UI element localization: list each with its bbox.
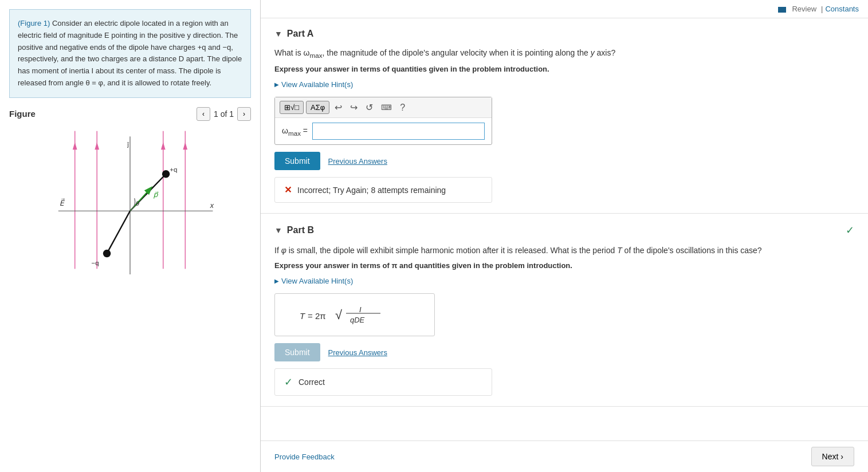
refresh-btn[interactable]: ↺ — [363, 101, 376, 114]
figure-header: Figure ‹ 1 of 1 › — [9, 107, 251, 121]
part-b-submit-row: Submit Previous Answers — [274, 343, 854, 361]
part-a-prev-answers[interactable]: Previous Answers — [328, 157, 387, 166]
svg-text:p⃗: p⃗ — [153, 191, 158, 199]
left-panel: (Figure 1) Consider an electric dipole l… — [0, 0, 261, 472]
part-a-input[interactable] — [312, 123, 485, 140]
part-b-submit-btn[interactable]: Submit — [274, 343, 320, 361]
figure-nav: ‹ 1 of 1 › — [197, 107, 251, 121]
part-b-collapse[interactable]: ▼ — [274, 226, 282, 235]
part-b-prev-answers[interactable]: Previous Answers — [328, 348, 387, 357]
svg-marker-4 — [73, 142, 77, 150]
problem-body: Consider an electric dipole located in a… — [18, 19, 242, 87]
svg-text:I: I — [359, 305, 362, 314]
provide-feedback-link[interactable]: Provide Feedback — [274, 453, 335, 461]
top-bar: Review | Constants — [261, 0, 868, 18]
figure-title: Figure — [9, 109, 36, 119]
figure-section: Figure ‹ 1 of 1 › — [0, 107, 260, 472]
svg-text:+q: +q — [170, 166, 177, 173]
figure-next-btn[interactable]: › — [237, 107, 251, 121]
part-b-hint[interactable]: View Available Hint(s) — [274, 277, 353, 285]
svg-text:T: T — [300, 311, 306, 321]
part-a-title: Part A — [287, 29, 314, 39]
part-a-hint[interactable]: View Available Hint(s) — [274, 80, 353, 89]
svg-text:qDE: qDE — [350, 316, 365, 324]
review-label: Review — [792, 5, 816, 13]
check-green-icon: ✓ — [284, 376, 293, 388]
part-a-section: ▼ Part A What is ωmax, the magnitude of … — [261, 18, 868, 214]
part-a-collapse[interactable]: ▼ — [274, 29, 282, 38]
part-b-header: ▼ Part B ✓ — [274, 224, 854, 237]
svg-text:−q: −q — [92, 259, 99, 266]
matrix-btn[interactable]: ⊞√□ — [280, 101, 304, 114]
svg-marker-7 — [183, 142, 187, 150]
next-chevron: › — [840, 452, 843, 461]
parts-container: ▼ Part A What is ωmax, the magnitude of … — [261, 18, 868, 441]
part-b-status: ✓ Correct — [274, 368, 492, 396]
part-b-question: If φ is small, the dipole will exhibit s… — [274, 245, 854, 257]
next-btn[interactable]: Next › — [811, 447, 854, 466]
part-a-status: ✕ Incorrect; Try Again; 8 attempts remai… — [274, 177, 492, 203]
svg-text:ĵ: ĵ — [127, 140, 129, 147]
svg-text:x: x — [210, 202, 214, 210]
part-a-submit-btn[interactable]: Submit — [274, 152, 320, 170]
part-a-instruction: Express your answer in terms of quantiti… — [274, 65, 854, 73]
right-panel: Review | Constants ▼ Part A What is ωmax… — [261, 0, 868, 472]
svg-text:√: √ — [335, 308, 343, 322]
review-link[interactable]: Review — [776, 5, 819, 13]
part-a-status-text: Incorrect; Try Again; 8 attempts remaini… — [297, 186, 446, 195]
figure-canvas: x ĵ E⃗ +q −q p⃗ θ — [9, 125, 251, 274]
help-btn[interactable]: ? — [397, 101, 408, 114]
part-b-title: Part B — [287, 225, 314, 235]
part-b-status-text: Correct — [299, 377, 325, 387]
svg-text:= 2π: = 2π — [308, 311, 326, 321]
part-a-toolbar: ⊞√□ AΣφ ↩ ↪ ↺ ⌨ ? — [275, 97, 492, 118]
figure-page: 1 of 1 — [214, 109, 234, 119]
fig-ref: (Figure 1) — [18, 19, 50, 27]
part-b-check-icon: ✓ — [846, 224, 854, 237]
figure-prev-btn[interactable]: ‹ — [197, 107, 210, 121]
part-b-section: ▼ Part B ✓ If φ is small, the dipole wil… — [261, 214, 868, 407]
part-b-formula-box: T = 2π √ I qDE — [274, 293, 435, 336]
review-icon — [778, 7, 786, 13]
x-icon: ✕ — [284, 184, 292, 195]
bottom-bar: Provide Feedback Next › — [261, 440, 868, 472]
part-a-math-label: ωmax = — [282, 126, 308, 137]
part-a-header: ▼ Part A — [274, 29, 854, 39]
next-label: Next — [822, 452, 839, 461]
svg-point-15 — [162, 170, 170, 178]
part-a-math-field-row: ωmax = — [275, 118, 492, 144]
formula-svg: T = 2π √ I qDE — [297, 301, 412, 327]
svg-line-14 — [107, 211, 130, 253]
alpha-btn[interactable]: AΣφ — [306, 101, 329, 114]
topbar-sep: | — [821, 5, 823, 13]
constants-link[interactable]: Constants — [825, 5, 859, 13]
undo-btn[interactable]: ↩ — [332, 101, 345, 114]
svg-point-17 — [103, 249, 111, 257]
keyboard-btn[interactable]: ⌨ — [378, 102, 395, 113]
svg-text:θ: θ — [136, 199, 140, 206]
svg-marker-5 — [95, 142, 99, 150]
part-b-instruction: Express your answer in terms of π and qu… — [274, 261, 854, 270]
figure-svg: x ĵ E⃗ +q −q p⃗ θ — [9, 125, 251, 274]
svg-marker-6 — [161, 142, 166, 150]
redo-btn[interactable]: ↪ — [347, 101, 360, 114]
part-a-math-input-box: ⊞√□ AΣφ ↩ ↪ ↺ ⌨ ? ωmax = — [274, 97, 492, 145]
part-a-submit-row: Submit Previous Answers — [274, 152, 854, 170]
part-a-question: What is ωmax, the magnitude of the dipol… — [274, 47, 854, 60]
problem-text: (Figure 1) Consider an electric dipole l… — [9, 9, 251, 98]
svg-text:E⃗: E⃗ — [60, 198, 65, 207]
